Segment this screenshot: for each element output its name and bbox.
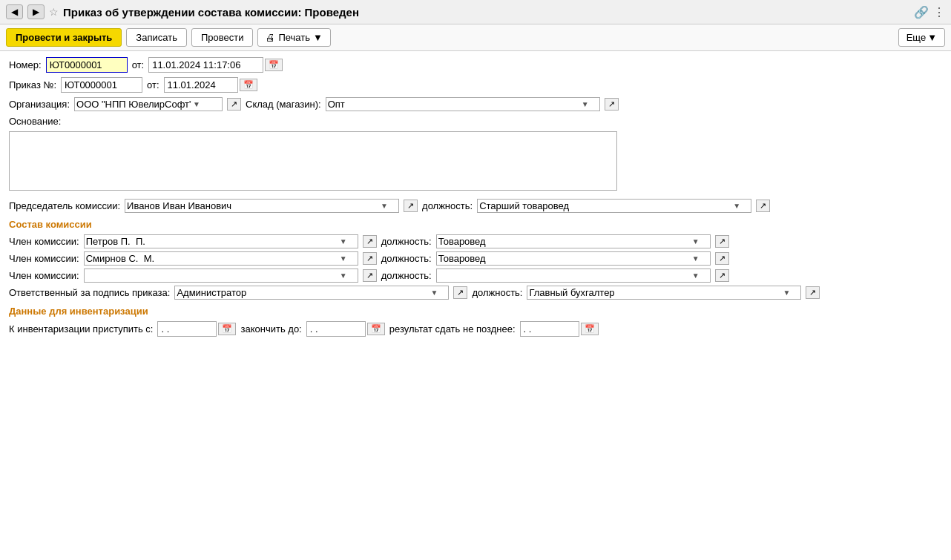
- link-icon-button[interactable]: 🔗: [914, 5, 929, 19]
- inventory-end-group: 📅: [306, 321, 385, 337]
- order-num-input[interactable]: [61, 77, 142, 93]
- basis-label: Основание:: [9, 116, 61, 127]
- member-3-position-label: должность:: [381, 270, 432, 281]
- save-button[interactable]: Записать: [126, 28, 187, 47]
- member-1-open-button[interactable]: ↗: [363, 235, 377, 248]
- member-1-field[interactable]: ▼: [84, 234, 358, 248]
- org-dropdown-arrow[interactable]: ▼: [191, 100, 202, 108]
- member-3-dropdown-arrow[interactable]: ▼: [338, 271, 349, 280]
- signature-position-input[interactable]: [529, 287, 781, 298]
- print-label: Печать: [278, 32, 310, 43]
- order-date-input[interactable]: [164, 77, 238, 93]
- inventory-deadline-label: результат сдать не позднее:: [389, 323, 516, 335]
- inventory-section-title: Данные для инвентаризации: [9, 306, 942, 317]
- from-label-1: от:: [132, 59, 145, 70]
- member-2-dropdown-arrow[interactable]: ▼: [338, 254, 349, 263]
- member-3-position-input[interactable]: [438, 270, 691, 281]
- signature-label: Ответственный за подпись приказа:: [9, 287, 170, 298]
- signature-position-field[interactable]: ▼: [527, 286, 801, 300]
- member-2-row: Член комиссии: ▼ ↗ должность: ▼ ↗: [9, 251, 942, 266]
- chairman-position-open-button[interactable]: ↗: [756, 200, 770, 212]
- member-3-input[interactable]: [86, 270, 338, 281]
- member-1-input[interactable]: [86, 236, 338, 247]
- member-3-field[interactable]: ▼: [84, 269, 358, 283]
- org-open-button[interactable]: ↗: [227, 98, 241, 111]
- member-2-position-label: должность:: [381, 253, 432, 264]
- chairman-field[interactable]: ▼: [125, 199, 399, 213]
- member-1-dropdown-arrow[interactable]: ▼: [338, 237, 349, 246]
- member-2-input[interactable]: [86, 253, 338, 264]
- member-1-position-input[interactable]: [438, 236, 691, 247]
- chairman-open-button[interactable]: ↗: [404, 200, 418, 212]
- member-2-position-field[interactable]: ▼: [436, 251, 711, 266]
- basis-textarea-row: [9, 131, 942, 193]
- chairman-position-input[interactable]: [479, 200, 731, 211]
- signature-row: Ответственный за подпись приказа: ▼ ↗ до…: [9, 286, 942, 300]
- chairman-row: Председатель комиссии: ▼ ↗ должность: ▼ …: [9, 199, 942, 213]
- member-1-position-field[interactable]: ▼: [436, 234, 711, 248]
- inventory-deadline-group: 📅: [520, 321, 599, 337]
- member-1-position-label: должность:: [381, 236, 432, 247]
- warehouse-open-button[interactable]: ↗: [605, 98, 619, 111]
- member-3-position-open-button[interactable]: ↗: [715, 269, 729, 282]
- print-arrow-icon: ▼: [313, 32, 323, 43]
- member-3-row: Член комиссии: ▼ ↗ должность: ▼ ↗: [9, 269, 942, 283]
- member-1-position-open-button[interactable]: ↗: [715, 235, 729, 248]
- datetime-calendar-button[interactable]: 📅: [265, 59, 283, 71]
- number-input[interactable]: [46, 57, 128, 73]
- basis-textarea[interactable]: [9, 131, 617, 191]
- back-button[interactable]: ◀: [6, 4, 23, 19]
- more-button[interactable]: Еще ▼: [898, 28, 945, 47]
- inventory-start-calendar-button[interactable]: 📅: [218, 323, 236, 335]
- chairman-dropdown-arrow[interactable]: ▼: [379, 202, 389, 210]
- signature-dropdown-arrow[interactable]: ▼: [429, 289, 439, 297]
- signature-position-dropdown-arrow[interactable]: ▼: [781, 289, 792, 297]
- signature-position-label: должность:: [472, 287, 522, 298]
- position-label-1: должность:: [422, 200, 473, 211]
- signature-field[interactable]: ▼: [174, 286, 449, 300]
- inventory-deadline-calendar-button[interactable]: 📅: [581, 323, 599, 335]
- member-2-position-input[interactable]: [438, 253, 691, 264]
- signature-position-open-button[interactable]: ↗: [806, 286, 820, 299]
- warehouse-field[interactable]: ▼: [326, 97, 600, 111]
- chairman-input[interactable]: [127, 200, 379, 211]
- forward-button[interactable]: ▶: [27, 4, 45, 19]
- conduct-and-close-button[interactable]: Провести и закрыть: [6, 28, 122, 47]
- signature-input[interactable]: [177, 287, 429, 298]
- member-1-position-dropdown-arrow[interactable]: ▼: [691, 237, 701, 246]
- inventory-start-input[interactable]: [157, 321, 217, 337]
- print-button[interactable]: 🖨 Печать ▼: [257, 28, 330, 47]
- warehouse-dropdown-arrow[interactable]: ▼: [580, 100, 590, 108]
- member-3-position-field[interactable]: ▼: [436, 269, 711, 283]
- member-3-open-button[interactable]: ↗: [363, 269, 377, 282]
- org-field[interactable]: ▼: [74, 97, 223, 111]
- org-input[interactable]: [76, 99, 191, 110]
- inventory-end-calendar-button[interactable]: 📅: [367, 323, 385, 335]
- signature-open-button[interactable]: ↗: [453, 286, 467, 299]
- warehouse-input[interactable]: [328, 99, 580, 110]
- inventory-deadline-input[interactable]: [520, 321, 579, 337]
- number-row: Номер: от: 📅: [9, 57, 942, 73]
- toolbar: Провести и закрыть Записать Провести 🖨 П…: [0, 24, 951, 51]
- conduct-button[interactable]: Провести: [191, 28, 254, 47]
- title-bar: ◀ ▶ ☆ Приказ об утверждении состава коми…: [0, 0, 951, 24]
- member-2-position-open-button[interactable]: ↗: [715, 252, 729, 265]
- basis-row: Основание:: [9, 116, 942, 127]
- member-2-open-button[interactable]: ↗: [363, 252, 377, 265]
- member-3-position-dropdown-arrow[interactable]: ▼: [691, 271, 701, 280]
- chairman-position-field[interactable]: ▼: [477, 199, 751, 213]
- chairman-position-dropdown-arrow[interactable]: ▼: [731, 202, 742, 210]
- from-label-2: от:: [147, 79, 159, 90]
- inventory-end-input[interactable]: [306, 321, 366, 337]
- inventory-start-group: 📅: [157, 321, 236, 337]
- more-arrow-icon: ▼: [927, 32, 937, 43]
- form-body: Номер: от: 📅 Приказ №: от: 📅 Организация…: [0, 51, 951, 347]
- order-date-calendar-button[interactable]: 📅: [240, 79, 257, 91]
- datetime-input[interactable]: [148, 57, 263, 73]
- member-2-field[interactable]: ▼: [84, 251, 358, 266]
- bookmark-button[interactable]: ☆: [49, 6, 59, 18]
- more-icon-button[interactable]: ⋮: [933, 5, 945, 19]
- member-2-position-dropdown-arrow[interactable]: ▼: [691, 254, 701, 263]
- title-right-icons: 🔗 ⋮: [914, 5, 945, 19]
- inventory-dates-row: К инвентаризации приступить с: 📅 закончи…: [9, 321, 942, 337]
